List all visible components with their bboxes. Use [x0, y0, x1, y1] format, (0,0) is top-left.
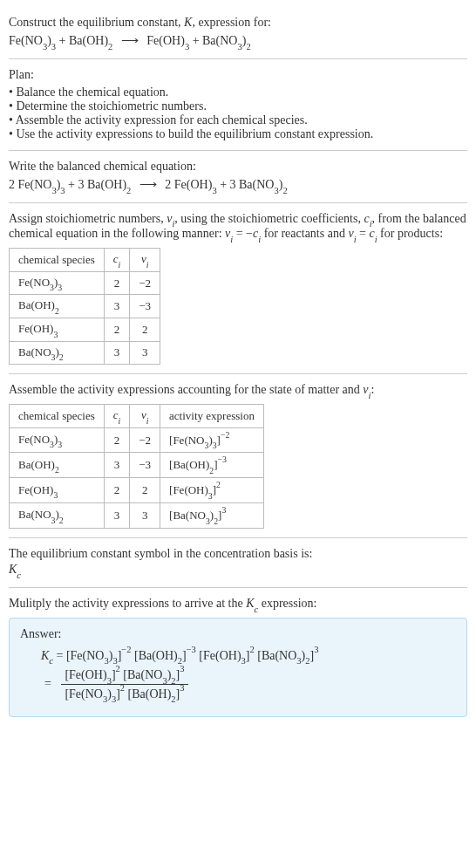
- eq-mid: = −: [233, 227, 253, 240]
- cell-nu: 3: [130, 341, 160, 365]
- coef-3: 2: [165, 178, 174, 191]
- table-row: Fe(OH)3 2 2: [10, 318, 160, 341]
- cell-species: Ba(NO3)2: [10, 341, 105, 365]
- answer-line-2: = [Fe(OH)3]2 [Ba(NO3)2]3 [Fe(NO3)3]2 [Ba…: [20, 666, 456, 702]
- kc-symbol: Kc: [9, 563, 467, 578]
- K-letter: K: [246, 597, 254, 610]
- c-symbol: c: [364, 212, 369, 225]
- arrow-icon: ⟶: [134, 178, 162, 191]
- fraction-numerator: [Fe(OH)3]2 [Ba(NO3)2]3: [61, 666, 187, 684]
- multiply-section: Mulitply the activity expressions to arr…: [9, 588, 467, 726]
- table-row: Fe(NO3)3 2 −2: [10, 271, 160, 295]
- plan-item: Determine the stoichiometric numbers.: [9, 99, 467, 113]
- species-baoh2: Ba(OH)2: [69, 34, 112, 47]
- K-letter: K: [41, 648, 49, 661]
- fraction: [Fe(OH)3]2 [Ba(NO3)2]3 [Fe(NO3)3]2 [Ba(O…: [61, 666, 187, 702]
- col-activity: activity expression: [160, 404, 264, 427]
- cell-species: Ba(OH)2: [10, 295, 105, 318]
- prompt-text-a: Construct the equilibrium constant,: [9, 16, 184, 29]
- cell-nu: 2: [130, 318, 160, 341]
- activity-text: Assemble the activity expressions accoun…: [9, 383, 363, 396]
- plus-4: +: [220, 178, 229, 191]
- cell-species: Fe(OH)3: [10, 318, 105, 341]
- col-nu: νi: [130, 404, 160, 427]
- multiply-text-a: Mulitply the activity expressions to arr…: [9, 597, 246, 610]
- K-sub: c: [49, 656, 53, 666]
- plan-list: Balance the chemical equation. Determine…: [9, 85, 467, 141]
- plan-section: Plan: Balance the chemical equation. Det…: [9, 59, 467, 151]
- plus-2: +: [193, 34, 202, 47]
- cell-c: 2: [104, 478, 130, 503]
- cell-species: Ba(NO3)2: [10, 503, 105, 529]
- prompt-text-b: , expression for:: [192, 16, 271, 29]
- plan-item: Assemble the activity expression for eac…: [9, 113, 467, 127]
- cell-expr: [Fe(NO3)3]−2: [160, 427, 264, 453]
- table-row: Ba(NO3)2 3 3 [Ba(NO3)2]3: [10, 503, 264, 529]
- stoich-text: for products:: [377, 227, 443, 240]
- c-sub: i: [370, 219, 372, 229]
- nu-eq2: ν: [348, 227, 353, 240]
- species-bano32: Ba(NO3)2: [202, 34, 251, 47]
- answer-line-1: Kc = [Fe(NO3)3]−2 [Ba(OH)2]−3 [Fe(OH)3]2…: [20, 646, 456, 664]
- fraction-denominator: [Fe(NO3)3]2 [Ba(OH)2]3: [61, 685, 187, 702]
- plan-item: Balance the chemical equation.: [9, 85, 467, 99]
- nu-sub: i: [172, 219, 174, 229]
- pow: 3: [314, 645, 318, 654]
- cell-nu: 2: [130, 478, 160, 503]
- cell-nu: −3: [130, 453, 160, 478]
- nu-symbol: ν: [363, 383, 368, 396]
- multiply-text-b: expression:: [258, 597, 316, 610]
- cell-nu: −3: [130, 295, 160, 318]
- cell-c: 3: [104, 341, 130, 365]
- col-species: chemical species: [10, 249, 105, 272]
- col-species: chemical species: [10, 404, 105, 427]
- nu-eq2-sub: i: [354, 235, 357, 244]
- arrow-icon: ⟶: [116, 34, 144, 47]
- multiply-line: Mulitply the activity expressions to arr…: [9, 597, 467, 612]
- nu-sub: i: [369, 391, 371, 400]
- coef-2: 3: [78, 178, 87, 191]
- prompt-line-1: Construct the equilibrium constant, K, e…: [9, 16, 467, 30]
- prompt-section: Construct the equilibrium constant, K, e…: [9, 7, 467, 59]
- cell-c: 2: [104, 271, 130, 295]
- species-bano32: Ba(NO3)2: [239, 178, 288, 191]
- col-c: ci: [104, 249, 130, 272]
- table-row: Fe(OH)3 2 2 [Fe(OH)3]2: [10, 478, 264, 503]
- col-c: ci: [104, 404, 130, 427]
- table-row: Ba(NO3)2 3 3: [10, 341, 160, 365]
- plan-item: Use the activity expressions to build th…: [9, 127, 467, 141]
- pow: −2: [121, 645, 131, 654]
- balanced-title: Write the balanced chemical equation:: [9, 160, 467, 174]
- stoich-text: for reactants and: [261, 227, 348, 240]
- cell-nu: −2: [130, 427, 160, 453]
- stoich-intro: Assign stoichiometric numbers, νi, using…: [9, 212, 467, 243]
- pow: −3: [187, 645, 196, 654]
- activity-intro: Assemble the activity expressions accoun…: [9, 383, 467, 399]
- symbol-section: The equilibrium constant symbol in the c…: [9, 538, 467, 588]
- cell-expr: [Ba(NO3)2]3: [160, 503, 264, 529]
- plan-title: Plan:: [9, 68, 467, 82]
- cell-c: 3: [104, 295, 130, 318]
- species-feoh3: Fe(OH)3: [174, 178, 217, 191]
- pow: 2: [249, 645, 254, 654]
- table-row: Ba(OH)2 3 −3 [Ba(OH)2]−3: [10, 453, 264, 478]
- equals-2: =: [41, 677, 55, 691]
- table-header-row: chemical species ci νi activity expressi…: [10, 404, 264, 427]
- stoich-section: Assign stoichiometric numbers, νi, using…: [9, 203, 467, 375]
- cell-expr: [Ba(OH)2]−3: [160, 453, 264, 478]
- answer-box: Answer: Kc = [Fe(NO3)3]−2 [Ba(OH)2]−3 [F…: [9, 618, 467, 717]
- cell-c: 3: [104, 453, 130, 478]
- species-baoh2: Ba(OH)2: [87, 178, 131, 191]
- K-sub: c: [17, 571, 21, 580]
- cell-nu: −2: [130, 271, 160, 295]
- activity-section: Assemble the activity expressions accoun…: [9, 374, 467, 538]
- table-header-row: chemical species ci νi: [10, 249, 160, 272]
- eq2-mid: =: [357, 227, 370, 240]
- equals: =: [53, 648, 66, 661]
- plus-3: +: [68, 178, 78, 191]
- K-sub: c: [255, 605, 259, 614]
- cell-species: Fe(NO3)3: [10, 427, 105, 453]
- plus-1: +: [59, 34, 69, 47]
- col-nu: νi: [130, 249, 160, 272]
- K-letter: K: [9, 563, 17, 576]
